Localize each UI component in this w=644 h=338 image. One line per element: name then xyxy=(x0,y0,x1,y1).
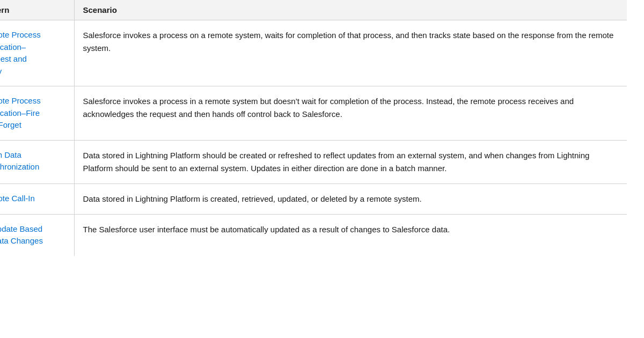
header-scenario: Scenario xyxy=(74,0,627,20)
table-row: Update BasedData ChangesThe Salesforce u… xyxy=(0,214,627,256)
pattern-cell[interactable]: mote Processvocation–Fired Forget xyxy=(0,86,74,141)
table-row: mote Call-InData stored in Lightning Pla… xyxy=(0,183,627,214)
scenario-cell: Data stored in Lightning Platform should… xyxy=(74,140,627,183)
scenario-cell: Salesforce invokes a process in a remote… xyxy=(74,86,627,141)
pattern-cell[interactable]: Update BasedData Changes xyxy=(0,214,74,256)
integration-patterns-table: ttern Scenario mote Processvocation–ques… xyxy=(0,0,627,338)
table-row: tch DatanchronizationData stored in Ligh… xyxy=(0,140,627,183)
pattern-cell[interactable]: mote Call-In xyxy=(0,183,74,214)
table-row: mote Processvocation–Fired ForgetSalesfo… xyxy=(0,86,627,141)
header-pattern: ttern xyxy=(0,0,74,20)
pattern-cell[interactable]: mote Processvocation–quest andply xyxy=(0,20,74,86)
table-header-row: ttern Scenario xyxy=(0,0,627,20)
pattern-cell[interactable]: tch Datanchronization xyxy=(0,140,74,183)
scenario-cell: Data stored in Lightning Platform is cre… xyxy=(74,183,627,214)
table-row: mote Processvocation–quest andplySalesfo… xyxy=(0,20,627,86)
scenario-cell: Salesforce invokes a process on a remote… xyxy=(74,20,627,86)
scenario-cell: The Salesforce user interface must be au… xyxy=(74,214,627,256)
